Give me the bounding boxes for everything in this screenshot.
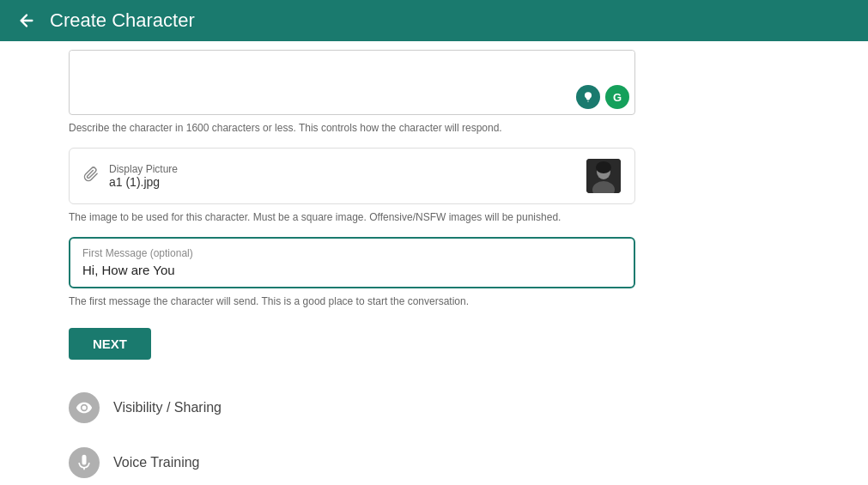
voice-icon-circle bbox=[69, 447, 100, 478]
dp-label: Display Picture bbox=[109, 163, 576, 175]
section-item-voice[interactable]: Voice Training bbox=[69, 435, 635, 485]
fm-helper: The first message the character will sen… bbox=[69, 295, 635, 307]
first-message-box: First Message (optional) bbox=[69, 237, 635, 288]
bulb-icon[interactable] bbox=[576, 85, 600, 109]
description-helper: Describe the character in 1600 character… bbox=[69, 122, 635, 134]
svg-point-3 bbox=[596, 161, 611, 173]
section-list: Visibility / Sharing Voice Training bbox=[69, 380, 635, 485]
center-panel: G Describe the character in 1600 charact… bbox=[52, 41, 653, 485]
voice-label: Voice Training bbox=[113, 455, 200, 470]
display-picture-box[interactable]: Display Picture a1 (1).jpg bbox=[69, 148, 635, 204]
description-textarea[interactable] bbox=[70, 51, 634, 111]
left-panel bbox=[0, 41, 52, 485]
next-button[interactable]: NEXT bbox=[69, 328, 151, 360]
dp-info: Display Picture a1 (1).jpg bbox=[109, 163, 576, 189]
dp-filename: a1 (1).jpg bbox=[109, 175, 576, 189]
visibility-icon-circle bbox=[69, 392, 100, 423]
grammarly-icon[interactable]: G bbox=[605, 85, 629, 109]
paperclip-icon bbox=[83, 167, 99, 186]
back-button[interactable] bbox=[17, 11, 36, 30]
dp-helper: The image to be used for this character.… bbox=[69, 211, 635, 223]
section-item-visibility[interactable]: Visibility / Sharing bbox=[69, 380, 635, 435]
dp-thumbnail bbox=[586, 159, 621, 193]
textarea-toolbar: G bbox=[576, 85, 629, 109]
visibility-label: Visibility / Sharing bbox=[113, 400, 222, 415]
app-header: Create Character bbox=[0, 0, 868, 41]
page-title: Create Character bbox=[50, 9, 195, 32]
first-message-input[interactable] bbox=[82, 263, 622, 277]
description-container: G bbox=[69, 50, 635, 115]
main-content: G Describe the character in 1600 charact… bbox=[0, 41, 868, 485]
fm-label: First Message (optional) bbox=[82, 247, 622, 259]
